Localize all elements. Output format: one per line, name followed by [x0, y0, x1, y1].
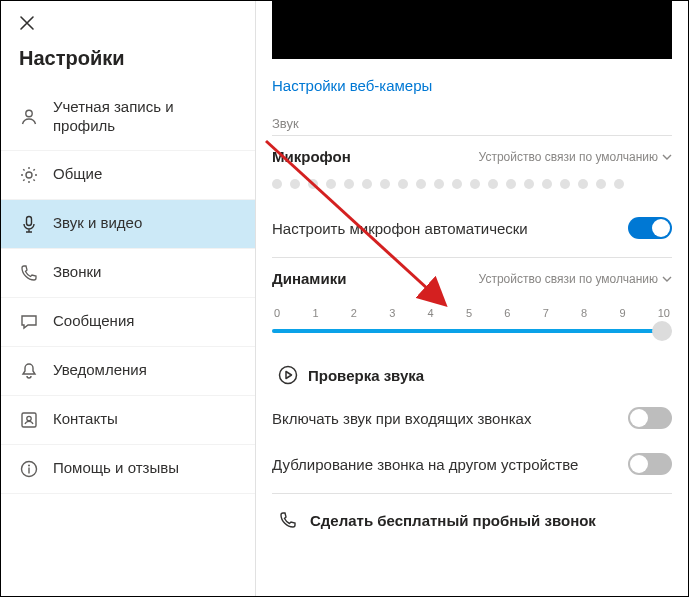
volume-slider[interactable] — [272, 321, 672, 347]
sound-test-label: Проверка звука — [308, 367, 424, 384]
sidebar-item-help[interactable]: Помощь и отзывы — [1, 445, 255, 494]
volume-ticks: 01 23 45 67 89 10 — [272, 307, 672, 319]
phone-icon — [278, 510, 298, 530]
webcam-settings-link[interactable]: Настройки веб-камеры — [272, 77, 432, 94]
sidebar-item-label: Звонки — [53, 263, 101, 282]
close-icon[interactable] — [19, 15, 237, 31]
sidebar-item-calls[interactable]: Звонки — [1, 249, 255, 298]
contacts-icon — [19, 410, 39, 430]
sound-section-label: Звук — [272, 116, 672, 136]
speakers-title: Динамики — [272, 270, 346, 287]
speakers-device-dropdown[interactable]: Устройство связи по умолчанию — [479, 272, 672, 286]
speakers-device-label: Устройство связи по умолчанию — [479, 272, 658, 286]
sidebar-item-notifications[interactable]: Уведомления — [1, 347, 255, 396]
person-icon — [19, 107, 39, 127]
microphone-device-label: Устройство связи по умолчанию — [479, 150, 658, 164]
settings-main: Настройки веб-камеры Звук Микрофон Устро… — [256, 1, 688, 596]
ring-incoming-label: Включать звук при входящих звонках — [272, 410, 531, 427]
svg-rect-2 — [27, 216, 32, 225]
free-test-call-button[interactable]: Сделать бесплатный пробный звонок — [272, 494, 672, 530]
sidebar-item-label: Сообщения — [53, 312, 134, 331]
sound-test-button[interactable]: Проверка звука — [272, 347, 672, 395]
microphone-icon — [19, 214, 39, 234]
sidebar-item-label: Помощь и отзывы — [53, 459, 179, 478]
slider-thumb[interactable] — [652, 321, 672, 341]
svg-rect-3 — [22, 413, 36, 427]
chat-icon — [19, 312, 39, 332]
sidebar-item-contacts[interactable]: Контакты — [1, 396, 255, 445]
ring-other-device-label: Дублирование звонка на другом устройстве — [272, 456, 578, 473]
svg-point-6 — [28, 464, 30, 466]
page-title: Настройки — [1, 37, 255, 84]
play-icon — [278, 365, 298, 385]
svg-point-1 — [26, 172, 32, 178]
microphone-title: Микрофон — [272, 148, 351, 165]
sidebar-item-label: Уведомления — [53, 361, 147, 380]
webcam-preview — [272, 1, 672, 59]
sidebar-item-label: Звук и видео — [53, 214, 142, 233]
sidebar-item-messages[interactable]: Сообщения — [1, 298, 255, 347]
free-test-call-label: Сделать бесплатный пробный звонок — [310, 512, 596, 529]
sidebar-item-label: Контакты — [53, 410, 118, 429]
chevron-down-icon — [662, 274, 672, 284]
phone-icon — [19, 263, 39, 283]
bell-icon — [19, 361, 39, 381]
microphone-device-dropdown[interactable]: Устройство связи по умолчанию — [479, 150, 672, 164]
svg-point-4 — [27, 416, 31, 420]
chevron-down-icon — [662, 152, 672, 162]
auto-mic-label: Настроить микрофон автоматически — [272, 220, 528, 237]
ring-incoming-toggle[interactable] — [628, 407, 672, 429]
svg-point-8 — [280, 367, 297, 384]
svg-point-0 — [26, 110, 32, 116]
settings-sidebar: Настройки Учетная запись и профиль Общие… — [1, 1, 256, 596]
gear-icon — [19, 165, 39, 185]
sidebar-item-account[interactable]: Учетная запись и профиль — [1, 84, 255, 151]
svg-rect-7 — [28, 467, 29, 473]
sidebar-item-general[interactable]: Общие — [1, 151, 255, 200]
sidebar-item-label: Учетная запись и профиль — [53, 98, 237, 136]
sidebar-item-audio-video[interactable]: Звук и видео — [1, 200, 255, 249]
info-icon — [19, 459, 39, 479]
sidebar-item-label: Общие — [53, 165, 102, 184]
auto-mic-toggle[interactable] — [628, 217, 672, 239]
settings-nav: Учетная запись и профиль Общие Звук и ви… — [1, 84, 255, 494]
microphone-level-meter — [272, 179, 672, 189]
ring-other-device-toggle[interactable] — [628, 453, 672, 475]
